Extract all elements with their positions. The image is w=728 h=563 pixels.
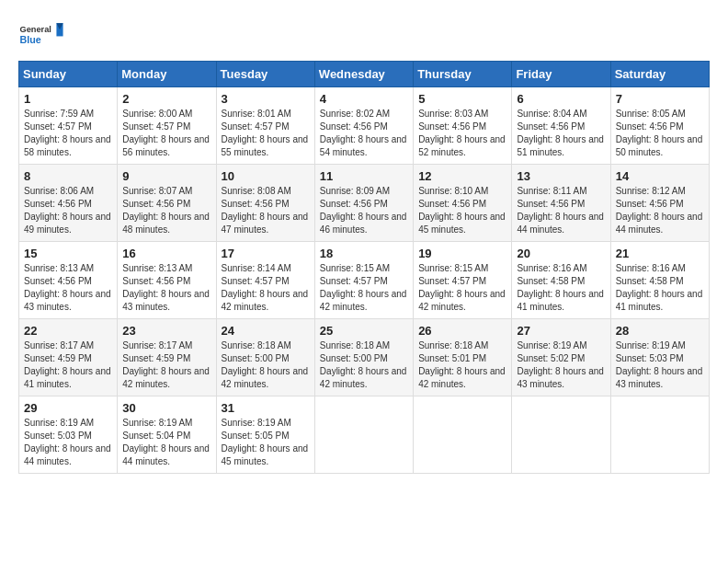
sunrise-label: Sunrise: 8:01 AM bbox=[222, 109, 291, 119]
day-number: 27 bbox=[517, 324, 605, 338]
sunrise-label: Sunrise: 8:13 AM bbox=[122, 263, 192, 273]
day-info: Sunrise: 8:02 AM Sunset: 4:56 PM Dayligh… bbox=[320, 108, 408, 159]
daylight-label: Daylight: 8 hours and 42 minutes. bbox=[222, 366, 309, 389]
day-of-week-header: Tuesday bbox=[216, 62, 314, 87]
day-of-week-header: Monday bbox=[118, 62, 216, 87]
sunrise-label: Sunrise: 8:12 AM bbox=[616, 186, 686, 196]
sunset-label: Sunset: 4:56 PM bbox=[517, 121, 585, 132]
calendar-week-row: 22 Sunrise: 8:17 AM Sunset: 4:59 PM Dayl… bbox=[19, 319, 710, 396]
day-info: Sunrise: 8:10 AM Sunset: 4:56 PM Dayligh… bbox=[418, 185, 506, 236]
day-number: 2 bbox=[122, 92, 210, 106]
sunset-label: Sunset: 4:57 PM bbox=[222, 276, 290, 286]
calendar-day-cell: 16 Sunrise: 8:13 AM Sunset: 4:56 PM Dayl… bbox=[118, 242, 216, 319]
sunrise-label: Sunrise: 8:19 AM bbox=[24, 418, 94, 428]
daylight-label: Daylight: 8 hours and 44 minutes. bbox=[517, 212, 604, 235]
svg-text:Blue: Blue bbox=[19, 34, 40, 45]
sunset-label: Sunset: 4:56 PM bbox=[517, 199, 585, 209]
day-number: 6 bbox=[517, 92, 605, 106]
day-info: Sunrise: 8:17 AM Sunset: 4:59 PM Dayligh… bbox=[122, 339, 210, 391]
day-info: Sunrise: 8:16 AM Sunset: 4:58 PM Dayligh… bbox=[517, 262, 605, 314]
calendar-day-cell: 21 Sunrise: 8:16 AM Sunset: 4:58 PM Dayl… bbox=[610, 242, 709, 319]
daylight-label: Daylight: 8 hours and 41 minutes. bbox=[24, 366, 111, 389]
calendar-week-row: 15 Sunrise: 8:13 AM Sunset: 4:56 PM Dayl… bbox=[19, 242, 710, 319]
sunrise-label: Sunrise: 8:00 AM bbox=[122, 109, 192, 119]
sunrise-label: Sunrise: 8:16 AM bbox=[517, 263, 586, 273]
day-number: 10 bbox=[222, 169, 310, 183]
sunrise-label: Sunrise: 8:19 AM bbox=[222, 418, 291, 428]
day-info: Sunrise: 8:04 AM Sunset: 4:56 PM Dayligh… bbox=[517, 108, 605, 159]
sunset-label: Sunset: 4:56 PM bbox=[222, 199, 290, 209]
sunrise-label: Sunrise: 8:10 AM bbox=[418, 186, 488, 196]
day-number: 9 bbox=[122, 169, 210, 183]
calendar-day-cell: 25 Sunrise: 8:18 AM Sunset: 5:00 PM Dayl… bbox=[314, 319, 413, 396]
sunrise-label: Sunrise: 8:15 AM bbox=[320, 263, 390, 273]
day-of-week-header: Friday bbox=[512, 62, 610, 87]
sunset-label: Sunset: 5:02 PM bbox=[517, 353, 585, 363]
day-info: Sunrise: 8:03 AM Sunset: 4:56 PM Dayligh… bbox=[418, 108, 506, 159]
day-number: 12 bbox=[418, 169, 506, 183]
day-of-week-header: Wednesday bbox=[314, 62, 413, 87]
sunset-label: Sunset: 4:57 PM bbox=[122, 121, 190, 132]
day-number: 17 bbox=[222, 247, 310, 260]
daylight-label: Daylight: 8 hours and 41 minutes. bbox=[517, 289, 604, 312]
day-number: 21 bbox=[616, 247, 704, 260]
calendar-day-cell: 9 Sunrise: 8:07 AM Sunset: 4:56 PM Dayli… bbox=[118, 165, 216, 242]
day-number: 19 bbox=[418, 247, 506, 260]
sunrise-label: Sunrise: 8:05 AM bbox=[616, 109, 686, 119]
calendar-day-cell: 17 Sunrise: 8:14 AM Sunset: 4:57 PM Dayl… bbox=[216, 242, 314, 319]
sunrise-label: Sunrise: 8:18 AM bbox=[222, 340, 291, 350]
daylight-label: Daylight: 8 hours and 41 minutes. bbox=[616, 289, 703, 312]
sunrise-label: Sunrise: 8:16 AM bbox=[616, 263, 686, 273]
sunset-label: Sunset: 4:57 PM bbox=[418, 276, 486, 286]
daylight-label: Daylight: 8 hours and 58 minutes. bbox=[24, 134, 111, 157]
sunrise-label: Sunrise: 8:04 AM bbox=[517, 109, 586, 119]
daylight-label: Daylight: 8 hours and 55 minutes. bbox=[222, 134, 309, 157]
day-info: Sunrise: 8:18 AM Sunset: 5:00 PM Dayligh… bbox=[222, 339, 310, 391]
calendar-day-cell bbox=[610, 396, 709, 474]
sunrise-label: Sunrise: 8:19 AM bbox=[616, 340, 686, 350]
calendar-day-cell: 24 Sunrise: 8:18 AM Sunset: 5:00 PM Dayl… bbox=[216, 319, 314, 396]
calendar-day-cell: 5 Sunrise: 8:03 AM Sunset: 4:56 PM Dayli… bbox=[414, 87, 512, 165]
day-info: Sunrise: 7:59 AM Sunset: 4:57 PM Dayligh… bbox=[24, 108, 112, 159]
day-number: 7 bbox=[616, 92, 704, 106]
sunset-label: Sunset: 4:56 PM bbox=[418, 199, 486, 209]
daylight-label: Daylight: 8 hours and 42 minutes. bbox=[222, 289, 309, 312]
day-number: 25 bbox=[320, 324, 408, 338]
day-number: 4 bbox=[320, 92, 408, 106]
day-info: Sunrise: 8:01 AM Sunset: 4:57 PM Dayligh… bbox=[222, 108, 310, 159]
daylight-label: Daylight: 8 hours and 56 minutes. bbox=[122, 134, 210, 157]
daylight-label: Daylight: 8 hours and 50 minutes. bbox=[616, 134, 703, 157]
day-of-week-header: Thursday bbox=[414, 62, 512, 87]
sunset-label: Sunset: 4:57 PM bbox=[222, 121, 290, 132]
sunrise-label: Sunrise: 8:08 AM bbox=[222, 186, 291, 196]
day-info: Sunrise: 8:19 AM Sunset: 5:04 PM Dayligh… bbox=[122, 417, 210, 468]
calendar-day-cell bbox=[314, 396, 413, 474]
day-number: 26 bbox=[418, 324, 506, 338]
day-number: 28 bbox=[616, 324, 704, 338]
sunset-label: Sunset: 4:59 PM bbox=[122, 353, 190, 363]
sunset-label: Sunset: 4:58 PM bbox=[616, 276, 684, 286]
day-info: Sunrise: 8:15 AM Sunset: 4:57 PM Dayligh… bbox=[418, 262, 506, 314]
day-info: Sunrise: 8:16 AM Sunset: 4:58 PM Dayligh… bbox=[616, 262, 704, 314]
daylight-label: Daylight: 8 hours and 47 minutes. bbox=[222, 212, 309, 235]
daylight-label: Daylight: 8 hours and 42 minutes. bbox=[122, 366, 210, 389]
calendar-day-cell: 14 Sunrise: 8:12 AM Sunset: 4:56 PM Dayl… bbox=[610, 165, 709, 242]
day-number: 14 bbox=[616, 169, 704, 183]
calendar-day-cell bbox=[414, 396, 512, 474]
sunset-label: Sunset: 4:56 PM bbox=[320, 199, 388, 209]
sunset-label: Sunset: 4:56 PM bbox=[24, 199, 92, 209]
day-number: 16 bbox=[122, 247, 210, 260]
calendar-day-cell: 1 Sunrise: 7:59 AM Sunset: 4:57 PM Dayli… bbox=[19, 87, 118, 165]
daylight-label: Daylight: 8 hours and 42 minutes. bbox=[418, 289, 506, 312]
calendar-day-cell: 26 Sunrise: 8:18 AM Sunset: 5:01 PM Dayl… bbox=[414, 319, 512, 396]
sunset-label: Sunset: 5:03 PM bbox=[24, 431, 92, 441]
sunset-label: Sunset: 4:59 PM bbox=[24, 353, 92, 363]
sunset-label: Sunset: 4:56 PM bbox=[616, 199, 684, 209]
sunrise-label: Sunrise: 8:14 AM bbox=[222, 263, 291, 273]
sunrise-label: Sunrise: 8:09 AM bbox=[320, 186, 390, 196]
daylight-label: Daylight: 8 hours and 42 minutes. bbox=[418, 366, 506, 389]
day-number: 18 bbox=[320, 247, 408, 260]
day-number: 30 bbox=[122, 401, 210, 415]
sunset-label: Sunset: 5:04 PM bbox=[122, 431, 190, 441]
calendar-day-cell: 22 Sunrise: 8:17 AM Sunset: 4:59 PM Dayl… bbox=[19, 319, 118, 396]
